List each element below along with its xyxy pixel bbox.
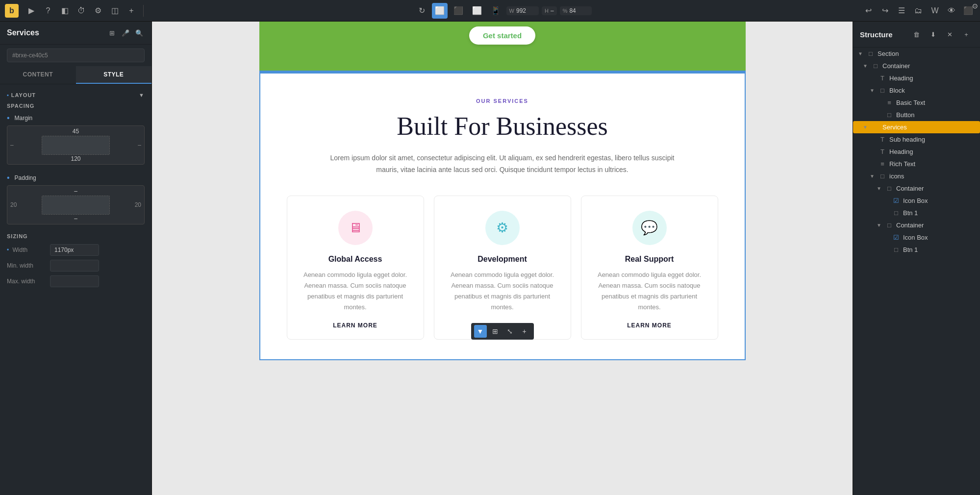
desktop-view-btn[interactable]: ⬜ [432,3,448,19]
tab-content[interactable]: CONTENT [0,66,76,84]
card-link-global[interactable]: LEARN MORE [333,322,377,329]
tree-item-btn-1-16[interactable]: □Btn 1 [853,244,980,256]
canvas-tool-move[interactable]: ⤡ [503,325,516,338]
tree-item-button-5[interactable]: □Button [853,109,980,121]
tree-node-icon-10: □ [879,173,886,180]
tree-item-sub-heading-7[interactable]: TSub heading [853,133,980,146]
margin-top-val[interactable]: 45 [73,128,79,135]
card-global-access[interactable]: 🖥 Global Access Aenean commodo ligula eg… [287,196,424,340]
eye-icon[interactable]: 👁 [945,4,958,18]
margin-bottom-val[interactable]: 120 [71,155,80,162]
tree-node-icon-15: ☑ [892,234,900,241]
card-icon-support: 💬 [632,211,667,245]
database-icon[interactable]: ◫ [108,4,122,18]
add-icon[interactable]: + [125,4,138,18]
logo[interactable]: b [5,4,19,18]
tree-label-8: Heading [889,148,913,155]
tree-item-block-3[interactable]: ▼□Block [853,84,980,97]
tree-chevron-6: ▼ [863,124,869,130]
tab-style[interactable]: STYLE [76,66,152,84]
tree-node-icon-13: □ [892,209,900,217]
tree-label-5: Button [896,111,915,119]
width-field[interactable]: W [506,6,539,15]
canvas-tool-add[interactable]: + [518,325,531,338]
element-id-field[interactable]: #brxe-ce40c5 [7,49,145,62]
width-size-input[interactable] [50,244,99,256]
canvas-floating-toolbar: ▼ ⊞ ⤡ + [471,323,534,340]
settings-icon[interactable]: ⚙ [91,4,105,18]
services-description: Lorem ipsum dolor sit amet, consectetur … [326,152,679,176]
redo-icon[interactable]: ↪ [878,4,892,18]
tree-item-icons-10[interactable]: ▼□icons [853,170,980,182]
tree-item-rich-text-9[interactable]: ≡Rich Text [853,158,980,170]
canvas-tool-grid[interactable]: ⊞ [489,325,502,338]
panel-header: Services ⊞ 🎤 🔍 [0,22,151,45]
tree-item-icon-box-12[interactable]: ☑Icon Box [853,195,980,207]
max-width-row: Max. width [7,275,145,287]
card-development[interactable]: ⚙ Development Aenean commodo ligula egge… [434,196,571,340]
tablet-view-btn[interactable]: ⬜ [469,3,485,19]
top-toolbar: b ▶ ? ◧ ⏱ ⚙ ◫ + ↻ ⬜ ⬛ ⬜ 📱 W H – % ↩ ↪ ☰ … [0,0,980,22]
rp-delete-icon[interactable]: ✕ [943,27,956,41]
mobile-view-btn[interactable]: 📱 [488,3,503,19]
zoom-input[interactable] [569,7,589,14]
services-section[interactable]: OUR SERVICES Built For Businesses Lorem … [259,73,746,360]
tree-item-container-1[interactable]: ▼□Container [853,60,980,72]
spacing-title: SPACING [7,103,145,109]
refresh-icon[interactable]: ↻ [415,4,429,18]
cursor-icon[interactable]: ▶ [25,4,38,18]
rp-download-icon[interactable]: ⬇ [926,27,940,41]
tree-item-heading-2[interactable]: THeading [853,72,980,84]
max-width-input[interactable] [50,275,99,287]
margin-right-val[interactable]: – [138,142,141,148]
tree-node-icon-8: T [879,148,886,155]
save-icon[interactable]: 🗂 [911,4,925,18]
undo-icon[interactable]: ↩ [861,4,875,18]
padding-top-val[interactable]: – [74,188,77,195]
panel-icon-1[interactable]: ⊞ [106,27,117,38]
grid-icon[interactable]: ☰ [895,4,908,18]
tree-node-icon-11: □ [885,185,893,192]
panel-search-icon[interactable]: 🔍 [134,27,145,38]
layout-chevron: ▼ [139,92,145,98]
rp-add-icon[interactable]: + [959,27,973,41]
tree-chevron-10: ▼ [870,173,876,179]
template-icon[interactable]: ◧ [58,4,72,18]
width-input[interactable] [516,7,536,14]
tree-item-section-0[interactable]: ▼□Section [853,48,980,60]
tree-label-16: Btn 1 [903,246,918,253]
help-icon[interactable]: ? [41,4,55,18]
rp-title: Structure [860,30,893,39]
tree-item-basic-text-4[interactable]: ≡Basic Text [853,97,980,109]
padding-right-val[interactable]: 20 [135,201,141,208]
zoom-field[interactable]: % [560,6,592,15]
rp-trash-icon[interactable]: 🗑 [909,27,923,41]
wp-icon[interactable]: W [928,4,942,18]
margin-left-val[interactable]: – [10,142,14,148]
panel-icon-2[interactable]: 🎤 [120,27,131,38]
tree-item-container-11[interactable]: ▼□Container [853,182,980,195]
tree-item-btn-1-13[interactable]: □Btn 1 [853,207,980,219]
tree-item-container-14[interactable]: ▼□Container [853,219,980,231]
history-icon[interactable]: ⏱ [75,4,88,18]
card-icon-dev: ⚙ [485,211,520,245]
get-started-button[interactable]: Get started [469,26,535,45]
tree-chevron-0: ▼ [858,51,864,56]
tree-item-icon-box-15[interactable]: ☑Icon Box [853,231,980,244]
tree-node-icon-9: ≡ [879,160,886,168]
padding-left-val[interactable]: 20 [10,201,17,208]
margin-label: Margin [15,115,33,122]
min-width-input[interactable] [50,260,99,272]
card-real-support[interactable]: 💬 Real Support Aenean commodo ligula egg… [581,196,718,340]
card-link-support[interactable]: LEARN MORE [627,322,672,329]
canvas-tool-down[interactable]: ▼ [474,325,487,338]
left-panel: Services ⊞ 🎤 🔍 #brxe-ce40c5 CONTENT STYL… [0,22,152,495]
separator [143,5,144,17]
canvas-scroll[interactable]: Get started OUR SERVICES Built For Busin… [152,22,853,495]
min-width-label: Min. width [7,262,46,269]
landscape-view-btn[interactable]: ⬛ [451,3,466,19]
tree-item-services-6[interactable]: ▼□Services [853,121,980,133]
layout-section-label[interactable]: •LAYOUT ▼ [7,92,145,98]
tree-item-heading-8[interactable]: THeading [853,146,980,158]
padding-bottom-val[interactable]: – [74,215,77,222]
